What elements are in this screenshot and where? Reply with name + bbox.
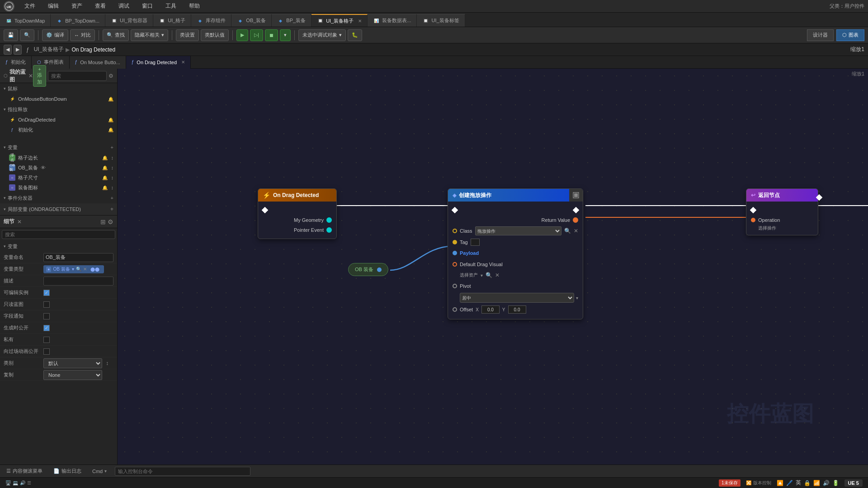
find-button[interactable]: 🔍 查找	[103, 29, 129, 41]
tab-equip-data[interactable]: 📊 装备数据表...	[368, 14, 417, 27]
debug-icon-button[interactable]: 🐛	[348, 29, 362, 41]
detail-checkbox-fieldnotify[interactable]	[43, 313, 50, 319]
section-variables[interactable]: ▾ 变量 +	[0, 142, 117, 153]
nav-forward-button[interactable]: ▶	[14, 45, 22, 55]
eye-icon[interactable]: 👁	[41, 165, 46, 170]
bottom-tab-output[interactable]: 📄 输出日志	[51, 467, 84, 475]
tree-on-mouse-button-down[interactable]: ⚡ OnMouseButtonDown 🔔	[0, 94, 117, 104]
node-on-drag-detected[interactable]: ⚡ On Drag Detected My Geometry Pointer E…	[258, 188, 337, 239]
detail-type-badge[interactable]: ● OB 装备 ▾ 🔍 ✕ ⬤⬤	[43, 265, 104, 273]
class-dropdown[interactable]: 拖放操作	[475, 226, 561, 235]
cmd-dropdown-arrow[interactable]: ▾	[104, 469, 107, 474]
bp-panel-collapse[interactable]: ⬡	[4, 73, 8, 78]
close-panel-button[interactable]: ✕	[28, 73, 33, 79]
bottom-tab-cmd[interactable]: Cmd ▾	[90, 468, 109, 475]
type-search-icon[interactable]: 🔍	[76, 267, 81, 272]
step-button[interactable]: ▷|	[250, 29, 263, 41]
func-tab-drag-close[interactable]: ✕	[181, 60, 185, 65]
more-play-button[interactable]: ▾	[280, 29, 291, 41]
detail-settings[interactable]: ⚙	[108, 218, 113, 225]
section-events[interactable]: ▾ 事件分发器 +	[0, 192, 117, 203]
graph-button[interactable]: ⬡ 图表	[836, 29, 864, 41]
add-var-button[interactable]: +	[111, 145, 113, 150]
cmd-input[interactable]	[115, 467, 250, 476]
menu-file[interactable]: 文件	[22, 1, 38, 11]
compile-button[interactable]: ⚙️ 编译	[42, 29, 68, 41]
nav-back-button[interactable]: ◀	[4, 45, 12, 55]
bp-search-input[interactable]	[48, 71, 107, 81]
detail-dropdown-replicate[interactable]: None	[43, 370, 102, 380]
bell-icon-var1[interactable]: 🔔	[102, 155, 108, 160]
tree-on-drag-detected[interactable]: ⚡ OnDragDetected 🔔	[0, 115, 117, 125]
tag-value[interactable]	[471, 239, 480, 246]
play-button[interactable]: ▶	[236, 29, 248, 41]
tab-close-ui-equip-grid[interactable]: ✕	[358, 19, 362, 23]
tree-var-grid-side[interactable]: 浮点 格子边长 🔔 ↕	[0, 153, 117, 163]
save-button[interactable]: 💾	[4, 29, 18, 41]
debug-target-dropdown[interactable]: 未选中调试对象 ▾	[298, 29, 346, 41]
func-tab-init[interactable]: ƒ 初始化	[0, 56, 32, 69]
class-settings-button[interactable]: 类设置	[176, 29, 199, 41]
menu-view[interactable]: 查看	[92, 1, 108, 11]
bell-icon-var3[interactable]: 🔔	[102, 175, 108, 180]
node-create-drag-op[interactable]: ◈ 创建拖放操作 Return Value	[448, 188, 583, 319]
detail-input-varname[interactable]	[43, 253, 113, 262]
drag-visual-search[interactable]: 🔍	[486, 272, 492, 278]
canvas-area[interactable]: ⚡ On Drag Detected My Geometry Pointer E…	[118, 69, 868, 465]
bell-icon-var4[interactable]: 🔔	[102, 185, 108, 190]
tree-var-grid-size[interactable]: ○ 格子尺寸 🔔 ↕	[0, 173, 117, 183]
detail-checkbox-public-create[interactable]: ✓	[43, 325, 50, 331]
section-mouse[interactable]: ▾ 鼠标	[0, 83, 117, 94]
save-status[interactable]: 1未保存	[719, 479, 741, 487]
tab-ob-equip[interactable]: ◆ OB_装备	[231, 14, 272, 27]
bell-icon-mouse[interactable]: 🔔	[108, 97, 113, 102]
diff-button[interactable]: ↔ 对比	[70, 29, 95, 41]
type-clear-icon[interactable]: ✕	[83, 267, 87, 272]
detail-checkbox-readonly[interactable]	[43, 301, 50, 308]
menu-edit[interactable]: 编辑	[45, 1, 61, 11]
detail-dropdown-category[interactable]: 默认	[43, 358, 102, 368]
browse-button[interactable]: 🔍	[20, 29, 34, 41]
type-dropdown-arrow[interactable]: ▾	[72, 267, 74, 272]
bell-icon-init[interactable]: 🔔	[108, 127, 113, 132]
breadcrumb-parent[interactable]: UI_装备格子	[34, 46, 64, 53]
tab-ui-equip-grid[interactable]: 🔲 UI_装备格子 ✕	[311, 14, 368, 27]
detail-search-input[interactable]	[2, 230, 115, 239]
tab-bp-topdown[interactable]: ◆ BP_TopDown...	[51, 14, 105, 27]
select-asset-dropdown[interactable]: ▾	[481, 273, 483, 278]
pivot-dropdown[interactable]: 居中	[460, 293, 574, 303]
menu-window[interactable]: 窗口	[139, 1, 156, 11]
type-array-indicator[interactable]: ⬤⬤	[89, 267, 101, 272]
detail-input-desc[interactable]	[43, 277, 113, 286]
func-tab-drag-detected[interactable]: ƒ On Drag Detected ✕	[126, 56, 191, 69]
menu-debug[interactable]: 调试	[116, 1, 132, 11]
tab-inventory[interactable]: ◆ 库存组件	[191, 14, 231, 27]
tab-ui-backpack[interactable]: 🔲 UI_背包容器	[105, 14, 153, 27]
node-return[interactable]: ↩ 返回节点 Operation 选择操作	[746, 188, 818, 235]
tab-bp-equip[interactable]: ◆ BP_装备	[272, 14, 311, 27]
stop-button[interactable]: ⏹	[265, 29, 278, 41]
add-event-button[interactable]: +	[111, 195, 113, 201]
detail-grid-view[interactable]: ⊞	[100, 218, 106, 225]
version-control[interactable]: 🔀 版本控制	[746, 480, 771, 486]
settings-icon[interactable]: ⚙	[108, 73, 113, 79]
add-local-var-button[interactable]: +	[110, 206, 113, 212]
section-drag[interactable]: ▾ 指拉释放	[0, 104, 117, 115]
node-collapse-button[interactable]	[569, 189, 583, 202]
bell-icon-var2[interactable]: 🔔	[102, 165, 108, 170]
designer-button[interactable]: 设计器	[807, 29, 834, 41]
tab-ui-grid[interactable]: 🔲 UI_格子	[153, 14, 191, 27]
tab-ui-equip-label[interactable]: 🔲 UI_装备标签	[417, 14, 465, 27]
detail-checkbox-cutscene[interactable]	[43, 348, 50, 355]
pivot-dropdown-arrow[interactable]: ▾	[576, 296, 578, 300]
menu-tools[interactable]: 工具	[163, 1, 179, 11]
tree-init[interactable]: ƒ 初始化 🔔	[0, 125, 117, 135]
tree-var-ob-equip[interactable]: OB 装 OB_装备 👁 🔔 ↕	[0, 163, 117, 173]
section-detail-vars[interactable]: ▾ 变量	[0, 241, 117, 252]
class-clear-btn[interactable]: ✕	[574, 228, 578, 234]
hide-unrelated-button[interactable]: 隐藏不相关 ▾	[131, 29, 168, 41]
menu-help[interactable]: 帮助	[186, 1, 203, 11]
class-search-btn[interactable]: 🔍	[564, 228, 571, 234]
detail-checkbox-private[interactable]	[43, 337, 50, 343]
class-default-button[interactable]: 类默认值	[201, 29, 229, 41]
